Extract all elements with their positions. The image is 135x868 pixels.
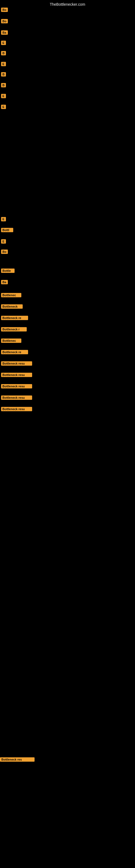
- badge-20[interactable]: Bottleneck r: [1, 327, 27, 332]
- badge-14[interactable]: Bo: [1, 250, 8, 254]
- badge-21[interactable]: Bottlenec: [1, 339, 21, 343]
- badge-17[interactable]: Bottlenec: [1, 293, 21, 297]
- badge-2[interactable]: Bo: [1, 19, 8, 23]
- badge-11[interactable]: E: [1, 217, 6, 221]
- badge-1[interactable]: Bo: [1, 8, 8, 12]
- badge-9[interactable]: E: [1, 94, 6, 98]
- badge-7[interactable]: B: [1, 72, 6, 76]
- badge-22[interactable]: Bottleneck re: [1, 350, 28, 354]
- badge-19[interactable]: Bottleneck re: [1, 316, 28, 320]
- badge-8[interactable]: B: [1, 83, 6, 87]
- badge-13[interactable]: E: [1, 239, 6, 244]
- badge-5[interactable]: B: [1, 51, 6, 55]
- badge-10[interactable]: E: [1, 105, 6, 109]
- badge-25[interactable]: Bottleneck resu: [1, 384, 32, 389]
- badge-23[interactable]: Bottleneck resu: [1, 361, 32, 366]
- badge-16[interactable]: Ba: [1, 280, 8, 284]
- badge-12[interactable]: Bottl: [1, 228, 13, 232]
- badge-6[interactable]: E: [1, 62, 6, 66]
- badge-4[interactable]: E: [1, 41, 6, 45]
- badge-24[interactable]: Bottleneck resu: [1, 373, 32, 377]
- badge-26[interactable]: Bottleneck resu: [1, 396, 32, 400]
- badge-18[interactable]: Bottleneck: [1, 304, 23, 309]
- site-title: TheBottlenecker.com: [50, 2, 85, 6]
- badge-28[interactable]: Bottleneck res: [0, 757, 35, 762]
- badge-3[interactable]: Ba: [1, 30, 8, 35]
- badge-27[interactable]: Bottleneck resu: [1, 407, 32, 411]
- badge-15[interactable]: Bottle: [1, 269, 14, 273]
